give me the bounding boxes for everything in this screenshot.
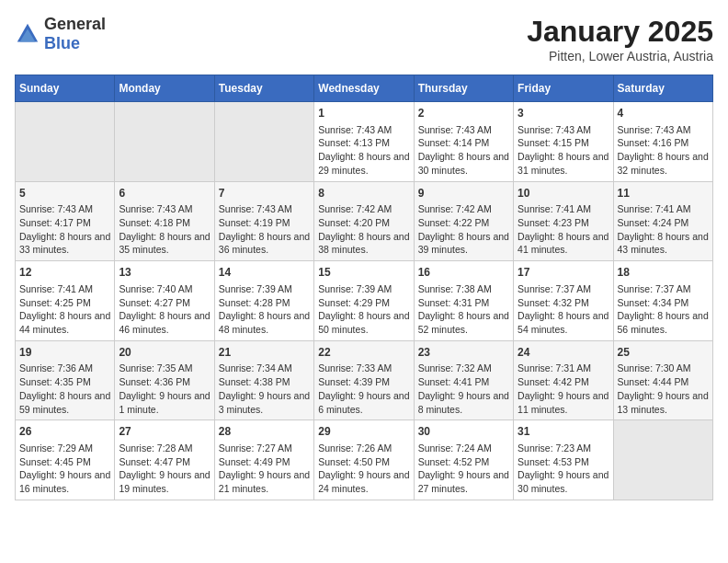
cell-content: Sunrise: 7:41 AM Sunset: 4:24 PM Dayligh…: [618, 202, 709, 257]
calendar-cell: 18Sunrise: 7:37 AM Sunset: 4:34 PM Dayli…: [613, 261, 712, 341]
calendar-cell: 12Sunrise: 7:41 AM Sunset: 4:25 PM Dayli…: [16, 261, 115, 341]
date-number: 31: [518, 424, 609, 440]
calendar-cell: 29Sunrise: 7:26 AM Sunset: 4:50 PM Dayli…: [314, 420, 414, 500]
date-number: 16: [418, 265, 509, 281]
calendar-week-4: 19Sunrise: 7:36 AM Sunset: 4:35 PM Dayli…: [16, 340, 713, 420]
logo-icon: [15, 21, 40, 47]
cell-content: Sunrise: 7:42 AM Sunset: 4:22 PM Dayligh…: [418, 202, 509, 257]
day-header-friday: Friday: [514, 75, 613, 102]
cell-content: Sunrise: 7:43 AM Sunset: 4:14 PM Dayligh…: [418, 123, 509, 178]
date-number: 1: [318, 106, 409, 121]
calendar-cell: 1Sunrise: 7:43 AM Sunset: 4:13 PM Daylig…: [314, 102, 414, 182]
cell-content: Sunrise: 7:23 AM Sunset: 4:53 PM Dayligh…: [518, 442, 609, 496]
calendar-cell: [613, 420, 712, 500]
calendar-cell: 15Sunrise: 7:39 AM Sunset: 4:29 PM Dayli…: [314, 261, 414, 341]
calendar-subtitle: Pitten, Lower Austria, Austria: [527, 49, 713, 63]
calendar-cell: 13Sunrise: 7:40 AM Sunset: 4:27 PM Dayli…: [115, 261, 214, 341]
cell-content: Sunrise: 7:36 AM Sunset: 4:35 PM Dayligh…: [19, 362, 110, 416]
calendar-cell: 5Sunrise: 7:43 AM Sunset: 4:17 PM Daylig…: [16, 181, 115, 261]
day-header-wednesday: Wednesday: [314, 75, 414, 102]
cell-content: Sunrise: 7:43 AM Sunset: 4:15 PM Dayligh…: [518, 123, 609, 178]
calendar-cell: 20Sunrise: 7:35 AM Sunset: 4:36 PM Dayli…: [115, 340, 214, 420]
calendar-cell: 3Sunrise: 7:43 AM Sunset: 4:15 PM Daylig…: [514, 102, 613, 182]
cell-content: Sunrise: 7:43 AM Sunset: 4:13 PM Dayligh…: [318, 123, 409, 178]
date-number: 12: [19, 265, 110, 281]
cell-content: Sunrise: 7:24 AM Sunset: 4:52 PM Dayligh…: [418, 442, 509, 496]
cell-content: Sunrise: 7:30 AM Sunset: 4:44 PM Dayligh…: [618, 362, 709, 416]
date-number: 18: [618, 265, 709, 281]
cell-content: Sunrise: 7:41 AM Sunset: 4:25 PM Dayligh…: [19, 282, 110, 337]
cell-content: Sunrise: 7:37 AM Sunset: 4:32 PM Dayligh…: [518, 282, 609, 337]
cell-content: Sunrise: 7:27 AM Sunset: 4:49 PM Dayligh…: [219, 442, 310, 496]
calendar-cell: 30Sunrise: 7:24 AM Sunset: 4:52 PM Dayli…: [414, 420, 513, 500]
calendar-cell: 2Sunrise: 7:43 AM Sunset: 4:14 PM Daylig…: [414, 102, 513, 182]
date-number: 3: [518, 106, 609, 121]
calendar-cell: 9Sunrise: 7:42 AM Sunset: 4:22 PM Daylig…: [414, 181, 513, 261]
logo: General Blue: [15, 15, 106, 53]
cell-content: Sunrise: 7:39 AM Sunset: 4:29 PM Dayligh…: [318, 282, 409, 337]
calendar-table: SundayMondayTuesdayWednesdayThursdayFrid…: [15, 75, 713, 500]
calendar-week-5: 26Sunrise: 7:29 AM Sunset: 4:45 PM Dayli…: [16, 420, 713, 500]
date-number: 19: [19, 345, 110, 361]
cell-content: Sunrise: 7:26 AM Sunset: 4:50 PM Dayligh…: [318, 442, 409, 496]
cell-content: Sunrise: 7:43 AM Sunset: 4:16 PM Dayligh…: [618, 123, 709, 178]
day-header-thursday: Thursday: [414, 75, 513, 102]
calendar-cell: [115, 102, 214, 182]
cell-content: Sunrise: 7:41 AM Sunset: 4:23 PM Dayligh…: [518, 202, 609, 257]
date-number: 25: [618, 345, 709, 361]
cell-content: Sunrise: 7:40 AM Sunset: 4:27 PM Dayligh…: [119, 282, 210, 337]
cell-content: Sunrise: 7:43 AM Sunset: 4:18 PM Dayligh…: [119, 202, 210, 257]
date-number: 22: [318, 345, 409, 361]
date-number: 21: [219, 345, 310, 361]
logo-text: General Blue: [44, 15, 106, 53]
date-number: 11: [618, 186, 709, 201]
calendar-cell: 23Sunrise: 7:32 AM Sunset: 4:41 PM Dayli…: [414, 340, 513, 420]
calendar-week-1: 1Sunrise: 7:43 AM Sunset: 4:13 PM Daylig…: [16, 102, 713, 182]
calendar-week-2: 5Sunrise: 7:43 AM Sunset: 4:17 PM Daylig…: [16, 181, 713, 261]
page-header: General Blue January 2025 Pitten, Lower …: [15, 15, 713, 63]
calendar-cell: 28Sunrise: 7:27 AM Sunset: 4:49 PM Dayli…: [214, 420, 313, 500]
date-number: 4: [618, 106, 709, 121]
calendar-cell: 6Sunrise: 7:43 AM Sunset: 4:18 PM Daylig…: [115, 181, 214, 261]
calendar-cell: 10Sunrise: 7:41 AM Sunset: 4:23 PM Dayli…: [514, 181, 613, 261]
cell-content: Sunrise: 7:32 AM Sunset: 4:41 PM Dayligh…: [418, 362, 509, 416]
date-number: 28: [219, 424, 310, 440]
cell-content: Sunrise: 7:42 AM Sunset: 4:20 PM Dayligh…: [318, 202, 409, 257]
calendar-header: SundayMondayTuesdayWednesdayThursdayFrid…: [16, 75, 713, 102]
calendar-cell: 25Sunrise: 7:30 AM Sunset: 4:44 PM Dayli…: [613, 340, 712, 420]
date-number: 23: [418, 345, 509, 361]
date-number: 6: [119, 186, 210, 201]
calendar-cell: 4Sunrise: 7:43 AM Sunset: 4:16 PM Daylig…: [613, 102, 712, 182]
calendar-cell: 26Sunrise: 7:29 AM Sunset: 4:45 PM Dayli…: [16, 420, 115, 500]
date-number: 8: [318, 186, 409, 201]
cell-content: Sunrise: 7:34 AM Sunset: 4:38 PM Dayligh…: [219, 362, 310, 416]
cell-content: Sunrise: 7:43 AM Sunset: 4:17 PM Dayligh…: [19, 202, 110, 257]
cell-content: Sunrise: 7:31 AM Sunset: 4:42 PM Dayligh…: [518, 362, 609, 416]
cell-content: Sunrise: 7:38 AM Sunset: 4:31 PM Dayligh…: [418, 282, 509, 337]
date-number: 14: [219, 265, 310, 281]
calendar-cell: [214, 102, 313, 182]
date-number: 5: [19, 186, 110, 201]
logo-blue: Blue: [44, 34, 80, 52]
calendar-cell: 27Sunrise: 7:28 AM Sunset: 4:47 PM Dayli…: [115, 420, 214, 500]
cell-content: Sunrise: 7:37 AM Sunset: 4:34 PM Dayligh…: [618, 282, 709, 337]
calendar-week-3: 12Sunrise: 7:41 AM Sunset: 4:25 PM Dayli…: [16, 261, 713, 341]
cell-content: Sunrise: 7:43 AM Sunset: 4:19 PM Dayligh…: [219, 202, 310, 257]
calendar-cell: 11Sunrise: 7:41 AM Sunset: 4:24 PM Dayli…: [613, 181, 712, 261]
logo-general: General: [44, 15, 106, 33]
calendar-cell: 22Sunrise: 7:33 AM Sunset: 4:39 PM Dayli…: [314, 340, 414, 420]
cell-content: Sunrise: 7:28 AM Sunset: 4:47 PM Dayligh…: [119, 442, 210, 496]
date-number: 10: [518, 186, 609, 201]
date-number: 27: [119, 424, 210, 440]
title-block: January 2025 Pitten, Lower Austria, Aust…: [527, 15, 713, 63]
calendar-cell: 14Sunrise: 7:39 AM Sunset: 4:28 PM Dayli…: [214, 261, 313, 341]
calendar-body: 1Sunrise: 7:43 AM Sunset: 4:13 PM Daylig…: [16, 102, 713, 500]
day-header-saturday: Saturday: [613, 75, 712, 102]
calendar-cell: [16, 102, 115, 182]
calendar-cell: 21Sunrise: 7:34 AM Sunset: 4:38 PM Dayli…: [214, 340, 313, 420]
date-number: 26: [19, 424, 110, 440]
date-number: 30: [418, 424, 509, 440]
cell-content: Sunrise: 7:33 AM Sunset: 4:39 PM Dayligh…: [318, 362, 409, 416]
calendar-cell: 24Sunrise: 7:31 AM Sunset: 4:42 PM Dayli…: [514, 340, 613, 420]
date-number: 13: [119, 265, 210, 281]
